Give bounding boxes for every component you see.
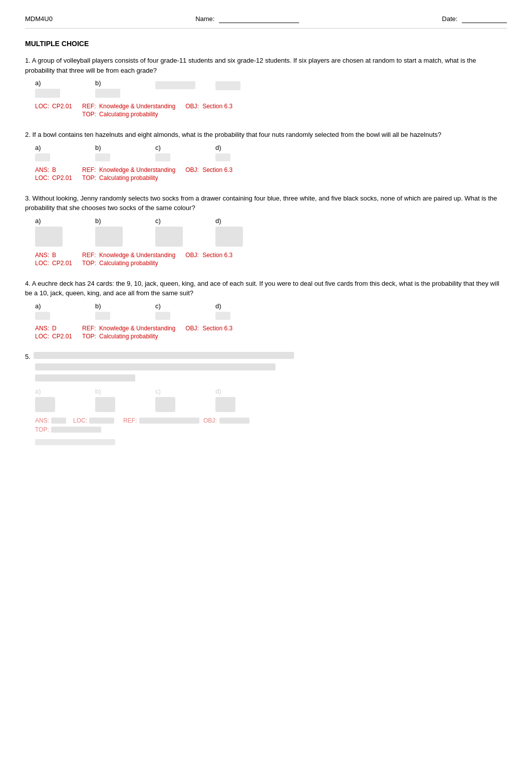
q3-a-image	[35, 227, 63, 247]
q2-option-c: c)	[155, 144, 195, 161]
q1-option-d	[215, 79, 255, 90]
q4-options: a) b) c) d)	[35, 302, 507, 320]
q1-option-c	[155, 79, 195, 89]
q1-c-value	[155, 81, 195, 89]
q5-option-d: d)	[215, 387, 255, 412]
q2-b-value	[95, 153, 110, 161]
section-title: MULTIPLE CHOICE	[25, 40, 507, 48]
question-1-text: 1. A group of volleyball players consist…	[25, 56, 507, 75]
q1-option-a: a)	[35, 79, 75, 98]
name-underline	[219, 15, 299, 23]
q4-option-a: a)	[35, 302, 75, 320]
q5-option-a: a)	[35, 387, 75, 412]
q5-line2	[35, 363, 276, 370]
q5-ans	[51, 418, 66, 424]
date-field: Date:	[442, 15, 507, 23]
q1-option-b: b)	[95, 79, 135, 98]
q1-a-value	[35, 89, 60, 98]
q3-c-image	[155, 227, 183, 247]
date-underline	[462, 15, 507, 23]
q3-option-b: b)	[95, 217, 135, 247]
q3-option-c: c)	[155, 217, 195, 247]
q4-b-value	[95, 312, 110, 320]
q2-meta: ANS: B LOC: CP2.01 REF: Knowledge & Unde…	[35, 166, 507, 181]
q1-d-value	[215, 81, 240, 90]
q5-meta: ANS: LOC: REF: OBJ:	[35, 417, 507, 424]
q2-options: a) b) c) d)	[35, 144, 507, 161]
q4-c-value	[155, 312, 170, 320]
q1-options: a) b)	[35, 79, 507, 98]
q2-c-value	[155, 153, 170, 161]
q3-options: a) b) c) d)	[35, 217, 507, 247]
q4-d-value	[215, 312, 230, 320]
q5-option-b: b)	[95, 387, 135, 412]
q4-option-c: c)	[155, 302, 195, 320]
q5-line3	[35, 374, 135, 381]
q2-d-value	[215, 153, 230, 161]
q5-loc	[89, 418, 114, 424]
q1-meta: LOC: CP2.01 REF: Knowledge & Understandi…	[35, 103, 507, 118]
q4-number: 4.	[25, 280, 32, 287]
q5-a-image	[35, 397, 55, 412]
page-header: MDM4U0 Name: Date:	[25, 15, 507, 29]
question-4-text: 4. A euchre deck has 24 cards: the 9, 10…	[25, 279, 507, 298]
q5-options: a) b) c) d)	[35, 387, 507, 412]
q2-option-a: a)	[35, 144, 75, 161]
q3-number: 3.	[25, 194, 32, 202]
course-code: MDM4U0	[25, 15, 53, 23]
q3-option-d: d)	[215, 217, 255, 247]
question-3: 3. Without looking, Jenny randomly selec…	[25, 193, 507, 267]
q2-option-d: d)	[215, 144, 255, 161]
q1-b-value	[95, 89, 120, 98]
q1-number: 1.	[25, 57, 32, 64]
q3-d-image	[215, 227, 243, 247]
question-1: 1. A group of volleyball players consist…	[25, 56, 507, 118]
question-4: 4. A euchre deck has 24 cards: the 9, 10…	[25, 279, 507, 340]
q5-line1	[34, 352, 294, 359]
question-2: 2. If a bowl contains ten hazelnuts and …	[25, 130, 507, 181]
q5-obj	[219, 418, 249, 424]
q2-option-b: b)	[95, 144, 135, 161]
q3-meta: ANS: B LOC: CP2.01 REF: Knowledge & Unde…	[35, 252, 507, 267]
q3-option-a: a)	[35, 217, 75, 247]
q5-extra	[35, 439, 115, 445]
q5-ref	[139, 418, 199, 424]
name-field: Name:	[195, 15, 299, 23]
q4-option-d: d)	[215, 302, 255, 320]
q4-meta: ANS: D LOC: CP2.01 REF: Knowledge & Unde…	[35, 325, 507, 340]
q4-a-value	[35, 312, 50, 320]
question-2-text: 2. If a bowl contains ten hazelnuts and …	[25, 130, 507, 140]
q5-top	[51, 427, 101, 433]
q5-number: 5.	[25, 352, 31, 362]
q5-c-image	[155, 397, 175, 412]
q5-option-c: c)	[155, 387, 195, 412]
q5-d-image	[215, 397, 235, 412]
q3-b-image	[95, 227, 123, 247]
q2-number: 2.	[25, 131, 32, 138]
question-3-text: 3. Without looking, Jenny randomly selec…	[25, 193, 507, 213]
q4-option-b: b)	[95, 302, 135, 320]
q5-b-image	[95, 397, 115, 412]
question-5: 5. a) b) c) d) AN	[25, 352, 507, 446]
q2-a-value	[35, 153, 50, 161]
question-5-text: 5.	[25, 352, 507, 384]
